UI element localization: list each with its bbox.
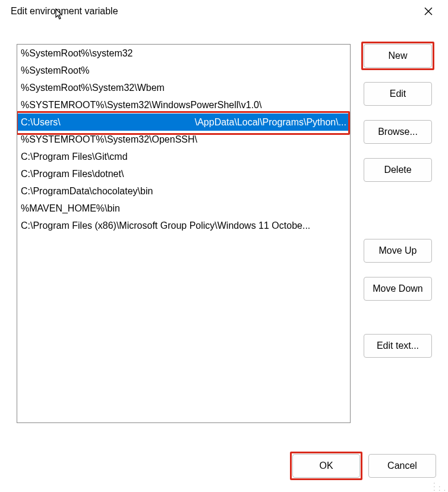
resize-grip-icon[interactable]: .. .. . . <box>433 480 446 490</box>
list-item[interactable]: %MAVEN_HOME%\bin <box>17 200 350 217</box>
delete-button[interactable]: Delete <box>364 158 432 182</box>
move-down-button[interactable]: Move Down <box>364 277 432 301</box>
list-item[interactable]: %SYSTEMROOT%\System32\WindowsPowerShell\… <box>17 96 350 113</box>
cancel-button[interactable]: Cancel <box>368 454 436 478</box>
browse-button[interactable]: Browse... <box>364 120 432 144</box>
list-item[interactable]: C:\ProgramData\chocolatey\bin <box>17 182 350 200</box>
list-item[interactable]: %SystemRoot%\System32\Wbem <box>17 79 350 96</box>
edit-text-button[interactable]: Edit text... <box>364 334 432 358</box>
list-item[interactable]: %SystemRoot% <box>17 62 350 79</box>
window-title: Edit environment variable <box>11 6 118 17</box>
close-button[interactable] <box>419 5 437 19</box>
dialog-content: %SystemRoot%\system32 %SystemRoot% %Syst… <box>0 27 448 435</box>
edit-button[interactable]: Edit <box>364 82 432 106</box>
titlebar: Edit environment variable <box>0 0 448 27</box>
side-button-column: New Edit Browse... Delete Move Up Move D… <box>364 44 432 423</box>
close-icon <box>424 7 433 15</box>
list-item[interactable]: C:\Program Files (x86)\Microsoft Group P… <box>17 217 350 234</box>
ok-button[interactable]: OK <box>292 454 360 478</box>
move-up-button[interactable]: Move Up <box>364 239 432 263</box>
list-item[interactable]: %SYSTEMROOT%\System32\OpenSSH\ <box>17 131 350 148</box>
path-listbox[interactable]: %SystemRoot%\system32 %SystemRoot% %Syst… <box>17 44 351 423</box>
selected-path-left: C:\Users\ <box>21 113 61 131</box>
list-item[interactable]: C:\Program Files\Git\cmd <box>17 148 350 165</box>
list-item[interactable]: C:\Program Files\dotnet\ <box>17 165 350 182</box>
selected-path-right: \AppData\Local\Programs\Python\... <box>195 113 346 131</box>
dialog-footer: OK Cancel <box>292 454 436 478</box>
new-button[interactable]: New <box>364 44 432 68</box>
list-item-selected[interactable]: C:\Users\ \AppData\Local\Programs\Python… <box>17 113 350 131</box>
list-item[interactable]: %SystemRoot%\system32 <box>17 45 350 62</box>
